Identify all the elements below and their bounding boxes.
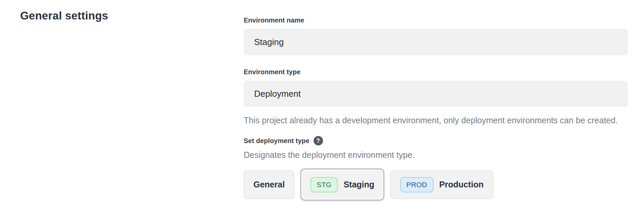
deployment-type-option-general[interactable]: General xyxy=(244,170,294,199)
set-deployment-type-label: Set deployment type xyxy=(244,137,310,145)
environment-type-label: Environment type xyxy=(244,68,628,76)
option-label: Production xyxy=(439,180,484,189)
deployment-type-options: General STG Staging PROD Production xyxy=(244,168,628,201)
page-title: General settings xyxy=(20,9,108,22)
prod-badge: PROD xyxy=(400,177,434,192)
question-mark-icon[interactable]: ? xyxy=(314,136,323,145)
environment-type-help-text: This project already has a development e… xyxy=(244,114,620,127)
deployment-type-option-production[interactable]: PROD Production xyxy=(390,170,493,199)
environment-type-input[interactable] xyxy=(244,81,628,107)
deployment-type-description: Designates the deployment environment ty… xyxy=(244,149,628,160)
stg-badge: STG xyxy=(310,177,338,192)
option-label: General xyxy=(253,180,285,189)
option-label: Staging xyxy=(344,180,374,189)
environment-settings-form: Environment name Environment type This p… xyxy=(244,16,628,201)
environment-name-input[interactable] xyxy=(244,29,628,55)
environment-name-label: Environment name xyxy=(244,16,304,24)
deployment-type-option-staging[interactable]: STG Staging xyxy=(300,168,385,201)
